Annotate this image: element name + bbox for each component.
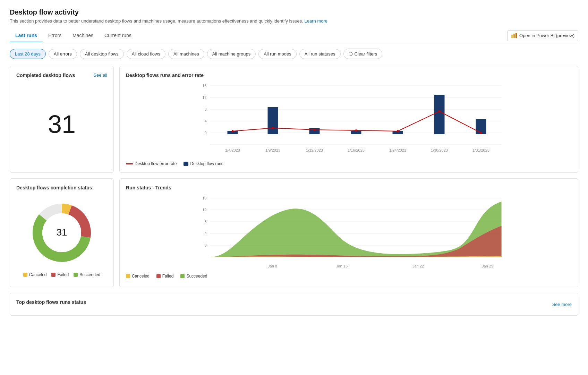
legend-error-rate: Desktop flow error rate bbox=[126, 161, 177, 166]
svg-rect-1 bbox=[513, 34, 515, 38]
legend-canceled: Canceled bbox=[23, 272, 47, 277]
svg-point-25 bbox=[397, 130, 399, 132]
svg-point-23 bbox=[314, 129, 316, 131]
completed-header: Completed desktop flows See all bbox=[16, 73, 107, 82]
filter-all-cloud-flows[interactable]: All cloud flows bbox=[127, 49, 165, 59]
donut-container: 31 Canceled Failed Succeeded bbox=[16, 195, 107, 281]
svg-text:8: 8 bbox=[204, 220, 206, 224]
filter-all-run-modes[interactable]: All run modes bbox=[258, 49, 296, 59]
legend-trend-succeeded: Succeeded bbox=[180, 274, 207, 279]
svg-text:Jan 15: Jan 15 bbox=[336, 264, 348, 268]
failed-label: Failed bbox=[57, 272, 69, 277]
svg-rect-17 bbox=[351, 131, 361, 134]
error-rate-line-icon bbox=[126, 163, 133, 164]
svg-point-27 bbox=[480, 132, 482, 134]
completed-flows-count: 31 bbox=[16, 82, 107, 166]
svg-text:1/4/2023: 1/4/2023 bbox=[225, 148, 240, 152]
svg-text:12: 12 bbox=[202, 208, 206, 212]
svg-text:4: 4 bbox=[204, 119, 206, 123]
svg-text:0: 0 bbox=[204, 243, 206, 247]
trend-canceled-label: Canceled bbox=[132, 274, 150, 279]
see-more-link[interactable]: See more bbox=[552, 302, 572, 307]
svg-text:16: 16 bbox=[202, 196, 206, 200]
trend-chart-card: Run status - Trends 16 12 8 4 0 bbox=[119, 178, 578, 287]
filter-all-machines[interactable]: All machines bbox=[168, 49, 204, 59]
donut-legend: Canceled Failed Succeeded bbox=[23, 272, 100, 277]
tab-current-runs[interactable]: Current runs bbox=[99, 29, 137, 42]
completed-flows-title: Completed desktop flows bbox=[16, 73, 75, 78]
svg-point-21 bbox=[232, 130, 234, 132]
trend-canceled-icon bbox=[126, 274, 130, 278]
bar-chart-title: Desktop flows runs and error rate bbox=[126, 73, 572, 78]
svg-text:12: 12 bbox=[202, 95, 206, 100]
svg-text:16: 16 bbox=[202, 84, 206, 88]
bottom-cards-grid: Desktop flows completion status bbox=[10, 178, 578, 287]
svg-rect-15 bbox=[268, 107, 278, 134]
svg-text:1/31/2023: 1/31/2023 bbox=[472, 148, 489, 152]
powerbi-icon bbox=[511, 33, 517, 39]
svg-point-24 bbox=[355, 129, 357, 131]
learn-more-link[interactable]: Learn more bbox=[305, 18, 327, 24]
svg-text:4: 4 bbox=[204, 231, 206, 236]
footer-card: Top desktop flows runs status See more bbox=[10, 293, 578, 316]
donut-svg: 31 bbox=[27, 198, 96, 267]
footer-card-title: Top desktop flows runs status bbox=[16, 299, 86, 305]
filter-all-run-statuses[interactable]: All run statuses bbox=[299, 49, 341, 59]
canceled-icon bbox=[23, 273, 27, 277]
trend-chart-title: Run status - Trends bbox=[126, 185, 572, 190]
svg-text:Jan 22: Jan 22 bbox=[412, 264, 424, 268]
page-subtitle: This section provides data to better und… bbox=[10, 18, 578, 24]
top-cards-grid: Completed desktop flows See all 31 Deskt… bbox=[10, 66, 578, 173]
trend-succeeded-icon bbox=[180, 274, 185, 278]
runs-bar-icon bbox=[184, 162, 188, 166]
svg-rect-0 bbox=[511, 35, 513, 38]
svg-text:1/9/2023: 1/9/2023 bbox=[265, 148, 280, 152]
legend-trend-canceled: Canceled bbox=[126, 274, 150, 279]
see-all-link[interactable]: See all bbox=[93, 73, 107, 78]
trend-svg: 16 12 8 4 0 J bbox=[126, 195, 572, 274]
bar-chart-svg: 16 12 8 4 0 bbox=[126, 82, 572, 159]
svg-text:1/30/2023: 1/30/2023 bbox=[431, 148, 448, 152]
filter-last28days[interactable]: Last 28 days bbox=[10, 49, 46, 59]
svg-text:0: 0 bbox=[204, 131, 206, 135]
donut-chart-card: Desktop flows completion status bbox=[10, 178, 114, 287]
svg-rect-2 bbox=[515, 33, 517, 38]
legend-succeeded: Succeeded bbox=[74, 272, 100, 277]
tab-last-runs[interactable]: Last runs bbox=[10, 29, 43, 42]
svg-text:1/12/2023: 1/12/2023 bbox=[306, 148, 323, 152]
bar-chart-container: 16 12 8 4 0 bbox=[126, 82, 572, 159]
tab-list: Last runs Errors Machines Current runs bbox=[10, 29, 137, 42]
svg-text:1/24/2023: 1/24/2023 bbox=[389, 148, 406, 152]
trend-chart-container: 16 12 8 4 0 J bbox=[126, 195, 572, 271]
tab-machines[interactable]: Machines bbox=[67, 29, 99, 42]
powerbi-button[interactable]: Open in Power BI (preview) bbox=[507, 30, 578, 41]
bar-chart-card: Desktop flows runs and error rate 16 12 … bbox=[119, 66, 578, 173]
tab-bar: Last runs Errors Machines Current runs O… bbox=[10, 29, 578, 42]
svg-text:31: 31 bbox=[56, 227, 67, 238]
completed-flows-card: Completed desktop flows See all 31 bbox=[10, 66, 114, 173]
trend-failed-icon bbox=[156, 274, 161, 278]
page-title: Desktop flow activity bbox=[10, 8, 578, 16]
trend-succeeded-label: Succeeded bbox=[186, 274, 207, 279]
tab-errors[interactable]: Errors bbox=[43, 29, 67, 42]
trend-chart-legend: Canceled Failed Succeeded bbox=[126, 274, 572, 279]
powerbi-label: Open in Power BI (preview) bbox=[519, 33, 574, 38]
svg-text:Jan 8: Jan 8 bbox=[268, 264, 277, 268]
filter-all-machine-groups[interactable]: All machine groups bbox=[207, 49, 256, 59]
footer-card-header: Top desktop flows runs status See more bbox=[16, 299, 572, 309]
filter-all-errors[interactable]: All errors bbox=[49, 49, 77, 59]
error-rate-label: Desktop flow error rate bbox=[135, 161, 177, 166]
clear-filters-button[interactable]: ⬡ Clear filters bbox=[343, 49, 383, 59]
filter-all-desktop-flows[interactable]: All desktop flows bbox=[80, 49, 124, 59]
eraser-icon: ⬡ bbox=[349, 51, 353, 57]
donut-chart-title: Desktop flows completion status bbox=[16, 185, 107, 190]
legend-runs: Desktop flow runs bbox=[184, 161, 223, 166]
svg-point-22 bbox=[272, 127, 274, 129]
page-container: Desktop flow activity This section provi… bbox=[0, 0, 588, 375]
filter-bar: Last 28 days All errors All desktop flow… bbox=[10, 49, 578, 59]
svg-text:8: 8 bbox=[204, 107, 206, 111]
succeeded-icon bbox=[74, 273, 78, 277]
svg-text:1/16/2023: 1/16/2023 bbox=[348, 148, 365, 152]
trend-failed-label: Failed bbox=[162, 274, 174, 279]
svg-point-26 bbox=[438, 110, 441, 112]
